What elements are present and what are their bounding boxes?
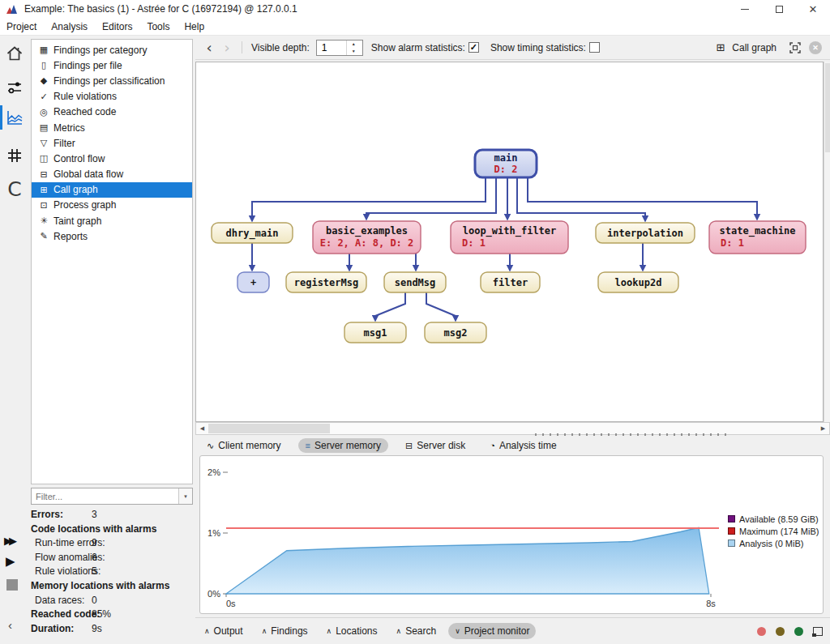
chevron-up-icon: ∧ — [262, 627, 267, 635]
sidebar-item-filter[interactable]: ▽Filter — [32, 135, 192, 151]
sidebar-item-reached-code[interactable]: ◎Reached code — [32, 104, 192, 120]
monitor-tab-client-memory[interactable]: ∿Client memory — [199, 438, 289, 453]
graph-vertical-scrollbar[interactable] — [824, 62, 830, 422]
minimize-icon — [741, 9, 749, 10]
monitor-tab-server-memory[interactable]: ≡Server memory — [298, 438, 388, 453]
graph-node-registerMsg[interactable]: registerMsg — [286, 272, 366, 292]
monitor-tab-label: Server memory — [314, 440, 381, 451]
stop-icon[interactable] — [6, 579, 18, 591]
c-code-button[interactable]: C — [0, 177, 29, 203]
sidebar-item-rule-violations[interactable]: ✓Rule violations — [32, 89, 192, 104]
sidebar-item-findings-per-classification[interactable]: ◆Findings per classification — [32, 73, 192, 88]
sidebar-item-reports[interactable]: ✎Reports — [32, 228, 192, 244]
collapse-sidebar-button[interactable]: ‹ — [8, 618, 12, 632]
call-graph-canvas[interactable]: mainD: 2dhry_mainbasic_examplesE: 2, A: … — [195, 62, 824, 422]
menu-help[interactable]: Help — [177, 21, 212, 32]
status-red-indicator — [757, 627, 766, 636]
svg-text:D: 2: D: 2 — [494, 164, 518, 175]
panel-toggle-findings[interactable]: ∧Findings — [255, 623, 314, 639]
sidebar-item-findings-per-category[interactable]: ▦Findings per category — [32, 42, 192, 58]
vscroll-thumb[interactable] — [825, 63, 830, 152]
graph-node-main[interactable]: mainD: 2 — [475, 150, 537, 177]
panel-toggle-project-monitor[interactable]: ∨Project monitor — [448, 623, 536, 639]
status-green-indicator — [794, 627, 803, 636]
visible-depth-label: Visible depth: — [251, 42, 310, 53]
graph-node-msg1[interactable]: msg1 — [344, 322, 406, 343]
monitor-tab-label: Analysis time — [499, 440, 557, 451]
findings-classification-icon: ◆ — [37, 75, 50, 86]
svg-text:dhry_main: dhry_main — [225, 228, 278, 240]
scroll-right-button[interactable]: ▶ — [817, 423, 829, 434]
stat-label: Data races: — [35, 595, 84, 606]
visible-depth-input[interactable] — [317, 41, 346, 55]
graph-node-interpolation[interactable]: interpolation — [596, 223, 695, 243]
forward-button[interactable]: › — [218, 39, 236, 56]
sidebar-item-findings-per-file[interactable]: ▯Findings per file — [32, 58, 192, 73]
analysis-statistics: Errors:3Code locations with alarmsRun-ti… — [31, 508, 195, 636]
svg-text:E: 2, A: 8, D: 2: E: 2, A: 8, D: 2 — [320, 237, 414, 249]
close-icon: ✕ — [809, 3, 818, 15]
stat-flow-anomalies: Flow anomalies:6 — [31, 551, 195, 565]
graph-node-lookup2d[interactable]: lookup2d — [598, 272, 678, 292]
sidebar-item-taint-graph[interactable]: ✳Taint graph — [32, 213, 192, 228]
close-button[interactable]: ✕ — [796, 0, 830, 18]
menu-tools[interactable]: Tools — [139, 21, 177, 32]
fast-forward-icon[interactable]: ▶▶ — [4, 535, 14, 547]
spin-down-button[interactable]: ▼ — [347, 48, 361, 55]
sidebar-item-metrics[interactable]: ▤Metrics — [32, 120, 192, 135]
panel-toggle-search[interactable]: ∧Search — [390, 623, 443, 639]
filter-dropdown-button[interactable]: ▼ — [178, 488, 192, 504]
graph-node-loop_with_filter[interactable]: loop_with_filterD: 1 — [451, 221, 568, 254]
alarm-statistics-label: Show alarm statistics: — [371, 42, 465, 53]
close-view-button[interactable]: ✕ — [809, 41, 822, 54]
maximize-button[interactable] — [762, 0, 796, 18]
panel-label: Output — [214, 625, 243, 637]
graph-node-state_machine[interactable]: state_machineD: 1 — [709, 221, 806, 254]
graph-node-filter[interactable]: filter — [481, 272, 540, 292]
graph-node-dhry_main[interactable]: dhry_main — [212, 223, 293, 243]
legend-item-available-8-59-gib: Available (8.59 GiB) — [728, 513, 819, 525]
menu-project[interactable]: Project — [6, 21, 44, 32]
menu-editors[interactable]: Editors — [95, 21, 139, 32]
back-button[interactable]: ‹ — [200, 39, 218, 56]
sidebar-item-call-graph[interactable]: ⊞Call graph — [32, 182, 192, 198]
alarm-statistics-checkbox[interactable]: ✓ — [468, 42, 479, 53]
svg-text:8s: 8s — [706, 599, 716, 608]
sidebar-item-global-data-flow[interactable]: ⊟Global data flow — [32, 167, 192, 182]
filter-input[interactable] — [32, 488, 178, 504]
panel-toggle-output[interactable]: ∧Output — [198, 623, 250, 639]
grid-icon — [5, 146, 24, 165]
graph-node-basic_examples[interactable]: basic_examplesE: 2, A: 8, D: 2 — [313, 221, 421, 254]
play-icon[interactable]: ▶ — [6, 554, 15, 569]
window-title: Example: The basics (1) - Astrée for C (… — [24, 3, 297, 15]
hscroll-thumb[interactable] — [208, 424, 330, 433]
splitter-handle[interactable] — [535, 433, 728, 436]
scroll-left-button[interactable]: ◀ — [196, 423, 208, 434]
stat-label: Duration: — [31, 623, 74, 634]
graph-node-sendMsg[interactable]: sendMsg — [384, 272, 446, 292]
menu-analysis[interactable]: Analysis — [44, 21, 95, 32]
graph-node-msg2[interactable]: msg2 — [425, 322, 486, 343]
panel-toggle-locations[interactable]: ∧Locations — [320, 623, 384, 639]
app-logo-icon — [6, 4, 18, 14]
graph-horizontal-scrollbar[interactable]: ◀ ▶ — [195, 422, 830, 435]
home-button[interactable] — [0, 41, 29, 66]
graph-node-plus[interactable]: + — [237, 272, 269, 292]
sidebar-item-process-graph[interactable]: ⊡Process graph — [32, 198, 192, 213]
charts-button[interactable] — [0, 104, 29, 130]
timing-statistics-checkbox[interactable] — [589, 42, 600, 53]
fit-to-window-button[interactable] — [789, 41, 802, 54]
detach-window-button[interactable] — [813, 627, 823, 636]
sidebar-item-control-flow[interactable]: ◫Control flow — [32, 151, 192, 166]
monitor-tab-analysis-time[interactable]: ◔Analysis time — [482, 438, 563, 453]
series-analysis-area — [226, 527, 709, 594]
editor-grid-button[interactable] — [0, 143, 29, 168]
minimize-button[interactable] — [728, 0, 762, 18]
edge-sendMsg-to-msg1 — [375, 292, 405, 321]
titlebar[interactable]: Example: The basics (1) - Astrée for C (… — [0, 0, 830, 18]
monitor-tab-server-disk[interactable]: ⊟Server disk — [398, 438, 473, 453]
analysis-wizard-button[interactable] — [0, 75, 29, 100]
spin-up-button[interactable]: ▲ — [347, 41, 361, 48]
edge-sendMsg-to-msg2 — [426, 292, 456, 321]
svg-text:0s: 0s — [226, 599, 236, 608]
